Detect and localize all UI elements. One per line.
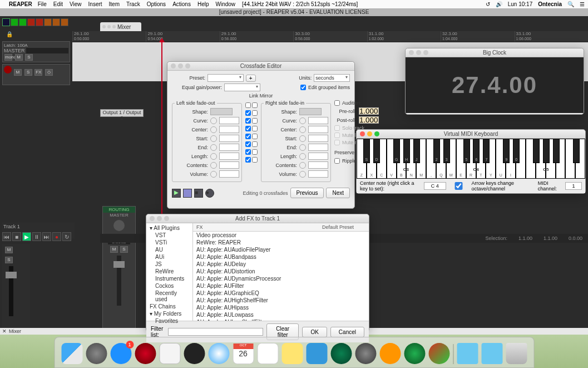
dock-notes[interactable] (281, 343, 303, 364)
toolbar-btn-8[interactable] (61, 18, 68, 26)
fx-category-item[interactable]: Recently used (147, 290, 191, 303)
dock-safari[interactable] (208, 343, 229, 364)
mixer-routing-label[interactable]: ROUTING (103, 207, 135, 213)
dock-reaper[interactable] (428, 343, 449, 364)
status-volume-icon[interactable]: 🔊 (496, 1, 502, 7)
fx-category-item[interactable]: VSTi (147, 239, 191, 246)
selection-end[interactable]: 1.1.00 (543, 235, 557, 241)
cf-play-btn[interactable]: ▶ (172, 189, 181, 198)
addfx-titlebar[interactable]: Add FX to Track 1 (146, 214, 369, 223)
link-check-0[interactable] (245, 102, 251, 108)
dock-calendar[interactable]: OCT26 (233, 343, 254, 364)
transport-prev[interactable]: ⏮ (2, 232, 11, 241)
fx-category-item[interactable]: ▾ My Folders (147, 310, 191, 317)
right-length-input[interactable] (308, 153, 328, 160)
mirror-check-6[interactable] (252, 149, 258, 155)
fx-list-item[interactable]: AU: Apple: AUBandpass (193, 253, 369, 261)
fx-list[interactable]: FX Default Preset Video processorReWire:… (193, 223, 369, 321)
track-fx-btn[interactable]: FX (34, 69, 42, 76)
menu-track[interactable]: Track (126, 1, 140, 7)
transport-loop[interactable]: ↻ (62, 232, 71, 241)
transport-play[interactable]: ▶ (22, 232, 31, 241)
menubar-app-name[interactable]: REAPER (9, 1, 32, 7)
fx-category-item[interactable]: FX Chains (147, 303, 191, 310)
left-start-knob[interactable] (210, 135, 217, 142)
toolbar-btn-6[interactable] (44, 18, 52, 26)
toolbar-btn-5[interactable] (36, 18, 43, 26)
left-contents-input[interactable] (219, 161, 239, 169)
toolbar-btn-2[interactable] (11, 18, 18, 26)
tcp-fader-slot[interactable] (9, 266, 13, 316)
preset-combo[interactable] (207, 74, 244, 82)
black-key[interactable]: G (393, 139, 400, 163)
dock-globe[interactable] (404, 343, 425, 364)
black-key[interactable]: 6 (473, 139, 480, 163)
black-key[interactable]: 9 (503, 139, 510, 163)
left-center-knob[interactable] (210, 126, 217, 133)
cf-stop-btn[interactable]: ■ (194, 189, 203, 198)
fx-category-item[interactable]: JS (147, 261, 191, 268)
tcp-fader[interactable] (6, 272, 17, 278)
fx-category-item[interactable]: ReWire (147, 268, 191, 275)
pan-knob[interactable] (113, 220, 125, 231)
fx-list-item[interactable]: Video processor (193, 232, 369, 239)
status-clock[interactable]: Lun 10:17 (508, 1, 533, 7)
left-volume-input[interactable] (219, 170, 239, 178)
fx-list-item[interactable]: ReWire: REAPER (193, 239, 369, 246)
mirror-check-4[interactable] (252, 134, 258, 139)
toolbar-btn-7[interactable] (52, 18, 60, 26)
black-key[interactable]: 5 (463, 139, 470, 163)
preroll-input[interactable] (359, 107, 379, 115)
tcp-m-btn[interactable]: M (5, 247, 13, 253)
postroll-input[interactable] (359, 116, 379, 124)
left-contents-knob[interactable] (210, 162, 217, 169)
dock-finder[interactable] (61, 343, 82, 364)
left-length-input[interactable] (219, 153, 239, 160)
fx-category-item[interactable]: Instruments (147, 275, 191, 282)
menu-view[interactable]: View (70, 1, 82, 7)
status-bar-close-icon[interactable]: ✕ (2, 328, 7, 334)
right-center-input[interactable] (308, 126, 328, 133)
left-start-input[interactable] (219, 135, 239, 142)
link-check-6[interactable] (245, 149, 251, 155)
transport-next[interactable]: ⏭ (42, 232, 51, 241)
dock-antivirus[interactable] (135, 343, 156, 364)
transport-record[interactable]: ● (52, 232, 61, 241)
dock-trash[interactable] (506, 343, 527, 364)
status-sync-icon[interactable]: ↺ (486, 1, 490, 7)
status-user[interactable]: Ontecnia (538, 1, 562, 7)
mixer-m-btn[interactable]: M (110, 246, 118, 253)
black-key[interactable] (573, 139, 580, 163)
black-key[interactable]: 7 (483, 139, 490, 163)
menu-window[interactable]: Window (216, 1, 236, 7)
transport-stop[interactable]: ■ (12, 232, 21, 241)
black-key[interactable]: H (403, 139, 410, 163)
dock-folder-1[interactable] (457, 343, 478, 364)
mirror-check-1[interactable] (252, 110, 258, 116)
right-contents-input[interactable] (308, 161, 328, 169)
toolbar-btn-1[interactable] (2, 18, 10, 26)
timeline-ruler[interactable]: 26.1.000:50.000 29.1.000:54.000 29.1.000… (72, 31, 588, 42)
dock-keynote[interactable] (306, 343, 327, 364)
master-mono-btn[interactable]: mono (4, 54, 12, 61)
dock-reminders[interactable] (257, 343, 278, 364)
midi-titlebar[interactable]: Virtual MIDI Keyboard (357, 130, 585, 139)
black-key[interactable] (553, 139, 560, 163)
menu-insert[interactable]: Insert (88, 1, 102, 7)
mixer-fader-handle[interactable] (113, 261, 125, 268)
dock-timemachine[interactable] (330, 343, 352, 364)
fx-category-list[interactable]: ▾ All PluginsVSTVSTiAUAUiJSReWireInstrum… (146, 223, 193, 321)
menu-edit[interactable]: Edit (53, 1, 63, 7)
black-key[interactable]: S (363, 139, 370, 163)
equalgain-combo[interactable] (224, 84, 260, 91)
mixer-fader-slot[interactable] (117, 256, 121, 306)
bigclock-body[interactable]: 27.4.00 (406, 57, 584, 113)
selection-start[interactable]: 1.1.00 (518, 235, 532, 241)
left-center-input[interactable] (219, 126, 239, 133)
black-key[interactable]: D (373, 139, 380, 163)
black-key[interactable]: 2 (433, 139, 440, 163)
fx-list-item[interactable]: AU: Apple: AULowShelfFilter (193, 318, 369, 321)
edit-grouped-check[interactable] (300, 85, 306, 90)
right-end-knob[interactable] (299, 144, 306, 151)
cf-pause-btn[interactable] (183, 189, 192, 198)
